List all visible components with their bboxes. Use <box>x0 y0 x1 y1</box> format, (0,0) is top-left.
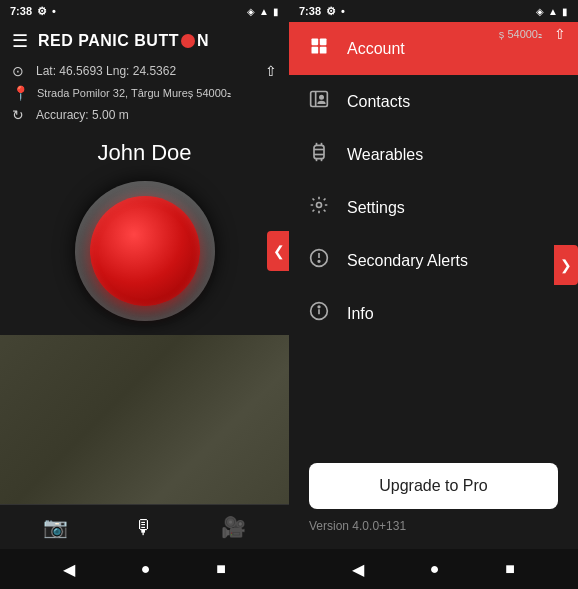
panic-title-circle <box>181 34 195 48</box>
right-panel: 7:38 ⚙ • ◈ ▲ ▮ ș 54000₂ ⇧ ❯ Account Cont… <box>289 0 578 589</box>
upgrade-section: Upgrade to Pro Version 4.0.0+131 <box>289 447 578 549</box>
right-status-left: 7:38 ⚙ • <box>299 5 345 18</box>
accuracy-icon: ↻ <box>12 107 28 123</box>
camera-button[interactable]: 📷 <box>43 515 68 539</box>
panic-button-outer[interactable] <box>75 181 215 321</box>
settings-icon <box>309 195 331 220</box>
wearables-icon <box>309 142 331 167</box>
left-settings-icon: ⚙ <box>37 5 47 18</box>
right-address-partial: ș 54000₂ <box>499 28 542 41</box>
svg-point-6 <box>319 95 324 100</box>
left-signal-icon: ◈ <box>247 6 255 17</box>
svg-rect-2 <box>312 47 319 54</box>
contacts-label: Contacts <box>347 93 410 111</box>
right-share-icon[interactable]: ⇧ <box>554 26 566 42</box>
left-status-left: 7:38 ⚙ • <box>10 5 56 18</box>
svg-rect-3 <box>320 47 327 54</box>
right-time: 7:38 <box>299 5 321 17</box>
account-label: Account <box>347 40 405 58</box>
menu-item-contacts[interactable]: Contacts <box>289 75 578 128</box>
left-wifi-icon: ▲ <box>259 6 269 17</box>
accuracy-row: ↻ Accuracy: 5.00 m <box>0 104 289 126</box>
left-status-right: ◈ ▲ ▮ <box>247 6 279 17</box>
wearables-label: Wearables <box>347 146 423 164</box>
address-text: Strada Pomilor 32, Târgu Mureș 54000₂ <box>37 87 231 100</box>
address-icon: 📍 <box>12 85 29 101</box>
home-button[interactable]: ● <box>141 560 151 578</box>
right-recents-button[interactable]: ■ <box>505 560 515 578</box>
svg-point-14 <box>317 203 322 208</box>
upgrade-button[interactable]: Upgrade to Pro <box>309 463 558 509</box>
left-time: 7:38 <box>10 5 32 17</box>
secondary-alerts-label: Secondary Alerts <box>347 252 468 270</box>
location-icon: ⊙ <box>12 63 28 79</box>
drawer-close-arrow[interactable]: ❯ <box>554 245 578 285</box>
video-button[interactable]: 🎥 <box>221 515 246 539</box>
app-title: RED PANIC BUTTN <box>38 32 209 50</box>
left-battery-icon: ▮ <box>273 6 279 17</box>
menu-item-settings[interactable]: Settings <box>289 181 578 234</box>
drawer-open-arrow[interactable]: ❮ <box>267 231 289 271</box>
version-text: Version 4.0.0+131 <box>309 519 558 533</box>
left-nav-bar: ◀ ● ■ <box>0 549 289 589</box>
back-button[interactable]: ◀ <box>63 560 75 579</box>
share-icon[interactable]: ⇧ <box>265 63 277 79</box>
right-status-right: ◈ ▲ ▮ <box>536 6 568 17</box>
map-area <box>0 335 289 504</box>
right-settings-icon: ⚙ <box>326 5 336 18</box>
right-battery-icon: ▮ <box>562 6 568 17</box>
coords-text: Lat: 46.5693 Lng: 24.5362 <box>36 64 176 78</box>
right-back-button[interactable]: ◀ <box>352 560 364 579</box>
svg-rect-4 <box>311 92 328 107</box>
left-dot: • <box>52 5 56 17</box>
bottom-toolbar: 📷 🎙 🎥 <box>0 504 289 549</box>
coords-row: ⊙ Lat: 46.5693 Lng: 24.5362 ⇧ <box>0 60 289 82</box>
map-background <box>0 335 289 504</box>
info-icon <box>309 301 331 326</box>
settings-label: Settings <box>347 199 405 217</box>
right-signal-icon: ◈ <box>536 6 544 17</box>
menu-item-info[interactable]: Info <box>289 287 578 340</box>
svg-point-20 <box>318 306 320 308</box>
menu-item-secondary-alerts[interactable]: Secondary Alerts <box>289 234 578 287</box>
svg-point-17 <box>318 261 320 263</box>
right-status-bar: 7:38 ⚙ • ◈ ▲ ▮ <box>289 0 578 22</box>
svg-rect-7 <box>314 145 324 158</box>
secondary-alerts-icon <box>309 248 331 273</box>
panic-button[interactable] <box>90 196 200 306</box>
microphone-button[interactable]: 🎙 <box>134 516 154 539</box>
left-status-bar: 7:38 ⚙ • ◈ ▲ ▮ <box>0 0 289 22</box>
panic-button-container: ❮ <box>0 166 289 335</box>
right-wifi-icon: ▲ <box>548 6 558 17</box>
right-nav-bar: ◀ ● ■ <box>289 549 578 589</box>
svg-rect-0 <box>312 39 319 46</box>
accuracy-text: Accuracy: 5.00 m <box>36 108 129 122</box>
user-name: John Doe <box>0 140 289 166</box>
recents-button[interactable]: ■ <box>216 560 226 578</box>
right-dot: • <box>341 5 345 17</box>
account-icon <box>309 36 331 61</box>
app-header: ☰ RED PANIC BUTTN <box>0 22 289 60</box>
svg-rect-1 <box>320 39 327 46</box>
left-panel: 7:38 ⚙ • ◈ ▲ ▮ ☰ RED PANIC BUTTN ⊙ Lat: … <box>0 0 289 589</box>
drawer-menu: Account Contacts Wearables Settings Seco… <box>289 22 578 447</box>
hamburger-icon[interactable]: ☰ <box>12 30 28 52</box>
info-label: Info <box>347 305 374 323</box>
menu-item-wearables[interactable]: Wearables <box>289 128 578 181</box>
contacts-icon <box>309 89 331 114</box>
address-row: 📍 Strada Pomilor 32, Târgu Mureș 54000₂ <box>0 82 289 104</box>
right-home-button[interactable]: ● <box>430 560 440 578</box>
